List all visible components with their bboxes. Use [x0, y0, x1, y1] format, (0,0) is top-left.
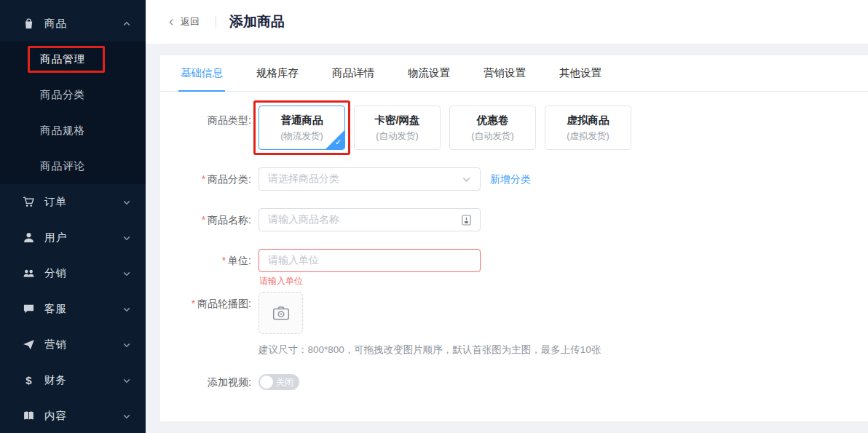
add-category-link[interactable]: 新增分类 — [490, 167, 531, 191]
sidebar-item-label: 商品 — [44, 17, 122, 31]
category-label: *商品分类: — [160, 167, 251, 191]
chevron-down-icon — [122, 305, 131, 314]
required-mark: * — [192, 298, 195, 309]
page-header: 返回 添加商品 — [146, 0, 868, 44]
radio-off-shelf[interactable]: 下架 — [312, 421, 349, 421]
toggle-state-label: 关闭 — [276, 374, 293, 390]
video-control: 关闭 — [259, 374, 299, 390]
sidebar-item-label: 营销 — [44, 338, 122, 351]
finance-icon: $ — [23, 374, 35, 386]
tab-logistics[interactable]: 物流设置 — [406, 55, 452, 91]
type-card-virtual[interactable]: 虚拟商品 (虚拟发货) — [545, 106, 631, 150]
user-icon — [23, 231, 35, 244]
type-card-coupon[interactable]: 优惠卷 (自动发货) — [449, 106, 536, 150]
chevron-down-icon — [462, 175, 471, 184]
sidebar-item-marketing[interactable]: 营销 — [0, 327, 146, 362]
goods-icon — [23, 17, 35, 30]
image-upload-button[interactable] — [259, 292, 303, 334]
radio-label: 上架 — [275, 421, 296, 421]
sidebar-item-order[interactable]: 订单 — [0, 184, 146, 220]
content-card: 基础信息 规格库存 商品详情 物流设置 营销设置 其他设置 商品类型: 普通商品… — [160, 55, 868, 421]
video-toggle-switch[interactable]: 关闭 — [259, 374, 299, 390]
carousel-label: *商品轮播图: — [160, 292, 251, 357]
type-card-cdkey[interactable]: 卡密/网盘 (自动发货) — [354, 106, 441, 150]
tab-spec-stock[interactable]: 规格库存 — [254, 55, 301, 91]
sidebar-item-content[interactable]: 内容 — [0, 398, 146, 433]
sidebar-item-distribution[interactable]: 分销 — [0, 255, 146, 291]
sidebar-subitem-goods-spec[interactable]: 商品规格 — [0, 113, 146, 148]
type-card-subtitle: (自动发货) — [450, 130, 535, 143]
sidebar-item-label: 分销 — [44, 266, 122, 280]
sidebar-item-label: 客服 — [44, 302, 122, 316]
tab-basic-info[interactable]: 基础信息 — [178, 55, 225, 91]
type-card-title: 卡密/网盘 — [355, 114, 440, 127]
unit-control: 请输入单位 请输入单位 — [259, 249, 481, 287]
name-input[interactable]: 请输入商品名称 — [259, 208, 481, 231]
type-card-subtitle: (自动发货) — [355, 130, 440, 143]
unit-input[interactable]: 请输入单位 — [259, 249, 481, 272]
sidebar-subitem-goods-category[interactable]: 商品分类 — [0, 77, 146, 113]
input-placeholder: 请输入商品名称 — [268, 213, 462, 226]
tabs: 基础信息 规格库存 商品详情 物流设置 营销设置 其他设置 — [160, 55, 868, 92]
subitem-label: 商品管理 — [40, 52, 85, 66]
back-button[interactable]: 返回 — [167, 15, 200, 28]
unit-label: *单位: — [160, 249, 251, 287]
order-icon — [23, 196, 35, 208]
chevron-down-icon — [122, 412, 131, 421]
type-card-wrap: 普通商品 (物流发货) — [259, 106, 345, 150]
chevron-down-icon — [122, 341, 131, 349]
input-placeholder: 请输入单位 — [268, 254, 471, 267]
sidebar-item-service[interactable]: 客服 — [0, 291, 146, 327]
tab-marketing[interactable]: 营销设置 — [481, 55, 528, 91]
radio-on-shelf[interactable]: 上架 — [259, 421, 296, 421]
camera-icon — [272, 304, 291, 322]
sidebar-subitem-goods-manage[interactable]: 商品管理 — [0, 41, 146, 77]
goods-submenu: 商品管理 商品分类 商品规格 商品评论 — [0, 41, 146, 184]
back-label: 返回 — [181, 15, 200, 28]
tab-other[interactable]: 其他设置 — [557, 55, 604, 91]
service-icon — [23, 303, 35, 315]
form-row-carousel: *商品轮播图: 建议尺寸：800*800，可拖拽改变图片顺序，默认首张图为主图，… — [160, 292, 868, 357]
unit-error-message: 请输入单位 — [259, 275, 481, 287]
status-radio-group: 上架 下架 — [259, 421, 365, 421]
type-card-normal[interactable]: 普通商品 (物流发货) — [259, 106, 345, 150]
subitem-label: 商品规格 — [40, 124, 85, 138]
form-row-category: *商品分类: 请选择商品分类 新增分类 — [160, 167, 868, 191]
chevron-down-icon — [122, 376, 131, 385]
sidebar-item-finance[interactable]: $ 财务 — [0, 362, 146, 398]
tab-goods-detail[interactable]: 商品详情 — [330, 55, 376, 91]
category-select[interactable]: 请选择商品分类 — [259, 167, 481, 191]
type-card-title: 虚拟商品 — [545, 114, 631, 127]
sidebar-item-label: 订单 — [44, 195, 122, 209]
carousel-control: 建议尺寸：800*800，可拖拽改变图片顺序，默认首张图为主图，最多上传10张 — [259, 292, 601, 357]
distribution-icon — [23, 267, 35, 279]
select-placeholder: 请选择商品分类 — [268, 172, 462, 186]
chevron-down-icon — [122, 234, 131, 242]
video-label: 添加视频: — [160, 374, 251, 390]
radio-label: 下架 — [328, 421, 349, 421]
input-suffix-icon[interactable] — [462, 215, 471, 226]
required-mark: * — [222, 255, 226, 266]
chevron-left-icon — [167, 17, 176, 26]
type-card-title: 普通商品 — [259, 114, 344, 127]
subitem-label: 商品分类 — [40, 88, 85, 102]
name-label: *商品名称: — [160, 208, 251, 231]
sidebar-item-label: 用户 — [44, 231, 122, 245]
sidebar-subitem-goods-comment[interactable]: 商品评论 — [0, 148, 146, 184]
category-control: 请选择商品分类 新增分类 — [259, 167, 531, 191]
spacer — [160, 357, 868, 374]
sidebar: 商品 商品管理 商品分类 商品规格 商品评论 订单 用户 — [0, 0, 146, 433]
chevron-down-icon — [122, 198, 131, 207]
marketing-icon — [23, 338, 35, 351]
status-label: 商品状态: — [160, 421, 251, 421]
sidebar-item-user[interactable]: 用户 — [0, 220, 146, 255]
header-divider — [216, 16, 216, 28]
subitem-label: 商品评论 — [40, 159, 85, 173]
selected-check-icon — [326, 130, 344, 149]
form-row-name: *商品名称: 请输入商品名称 — [160, 208, 868, 231]
upload-hint: 建议尺寸：800*800，可拖拽改变图片顺序，默认首张图为主图，最多上传10张 — [259, 343, 601, 357]
form-row-status: 商品状态: 上架 下架 — [160, 421, 868, 421]
main-area: 返回 添加商品 基础信息 规格库存 商品详情 物流设置 营销设置 其他设置 商品… — [146, 0, 868, 421]
chevron-down-icon — [122, 269, 131, 278]
sidebar-item-goods[interactable]: 商品 — [0, 6, 146, 41]
